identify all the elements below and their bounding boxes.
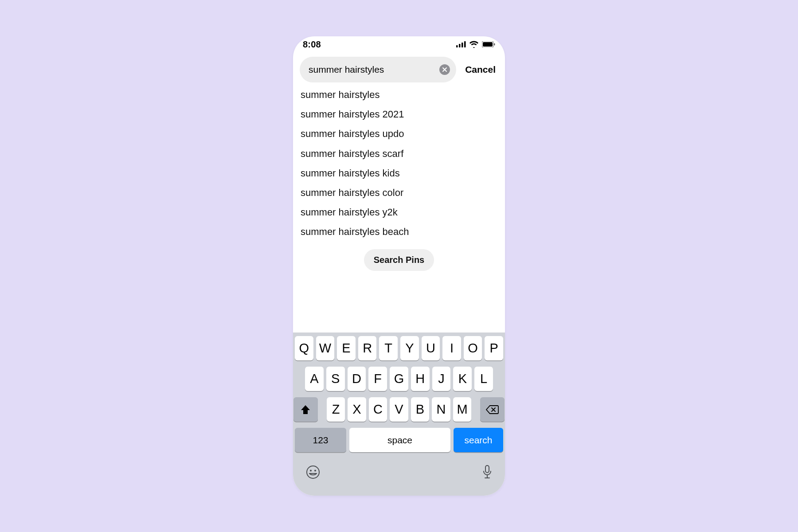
- battery-icon: [482, 41, 495, 47]
- search-input[interactable]: [309, 64, 439, 75]
- svg-rect-0: [456, 45, 458, 47]
- backspace-key[interactable]: [480, 397, 505, 422]
- keyboard-row-3: Z X C V B N M: [295, 397, 503, 422]
- svg-point-9: [314, 470, 316, 472]
- key-p[interactable]: P: [485, 336, 503, 360]
- key-l[interactable]: L: [474, 367, 493, 391]
- key-q[interactable]: Q: [295, 336, 313, 360]
- emoji-icon: [305, 465, 321, 480]
- key-s[interactable]: S: [326, 367, 345, 391]
- svg-rect-2: [462, 43, 463, 47]
- search-pins-wrap: Search Pins: [293, 249, 505, 271]
- cancel-button[interactable]: Cancel: [461, 64, 498, 75]
- suggestions-list: summer hairstyles summer hairstyles 2021…: [293, 83, 505, 242]
- phone-frame: 8:08 Cancel summer hairstyles: [293, 36, 505, 496]
- cellular-icon: [456, 41, 466, 47]
- key-c[interactable]: C: [369, 397, 387, 422]
- search-bar: Cancel: [293, 52, 505, 83]
- key-u[interactable]: U: [422, 336, 440, 360]
- suggestion-item[interactable]: summer hairstyles updo: [293, 124, 505, 144]
- suggestion-item[interactable]: summer hairstyles scarf: [293, 144, 505, 164]
- clear-search-button[interactable]: [439, 64, 450, 75]
- key-b[interactable]: B: [411, 397, 430, 422]
- suggestion-item[interactable]: summer hairstyles beach: [293, 222, 505, 242]
- suggestion-item[interactable]: summer hairstyles y2k: [293, 203, 505, 222]
- shift-key[interactable]: [293, 397, 318, 422]
- microphone-icon: [482, 465, 493, 480]
- status-time: 8:08: [303, 39, 321, 50]
- suggestion-item[interactable]: summer hairstyles: [293, 85, 505, 105]
- key-k[interactable]: K: [453, 367, 472, 391]
- key-m[interactable]: M: [453, 397, 472, 422]
- svg-rect-11: [485, 466, 489, 473]
- keyboard-row-2: A S D F G H J K L: [295, 367, 503, 391]
- keyboard-row-1: Q W E R T Y U I O P: [295, 336, 503, 360]
- search-pins-button[interactable]: Search Pins: [364, 249, 434, 271]
- backspace-icon: [486, 405, 499, 415]
- key-x[interactable]: X: [348, 397, 366, 422]
- key-y[interactable]: Y: [400, 336, 419, 360]
- key-t[interactable]: T: [379, 336, 398, 360]
- keyboard: Q W E R T Y U I O P A S D F G H J K L: [293, 332, 505, 496]
- key-d[interactable]: D: [348, 367, 366, 391]
- key-w[interactable]: W: [316, 336, 335, 360]
- svg-rect-1: [459, 44, 461, 47]
- key-v[interactable]: V: [390, 397, 408, 422]
- wifi-icon: [469, 41, 479, 48]
- key-z[interactable]: Z: [327, 397, 345, 422]
- key-n[interactable]: N: [432, 397, 450, 422]
- status-indicators: [456, 41, 495, 48]
- key-o[interactable]: O: [464, 336, 482, 360]
- key-f[interactable]: F: [368, 367, 387, 391]
- suggestion-item[interactable]: summer hairstyles 2021: [293, 105, 505, 124]
- spacer: [293, 271, 505, 333]
- numbers-key[interactable]: 123: [295, 428, 346, 452]
- svg-point-8: [310, 470, 312, 472]
- svg-rect-5: [483, 42, 493, 47]
- key-g[interactable]: G: [390, 367, 408, 391]
- key-i[interactable]: I: [442, 336, 461, 360]
- suggestion-item[interactable]: summer hairstyles color: [293, 183, 505, 203]
- key-h[interactable]: H: [411, 367, 430, 391]
- key-a[interactable]: A: [305, 367, 324, 391]
- keyboard-bottom-bar: [295, 458, 503, 496]
- dictation-button[interactable]: [482, 465, 493, 480]
- shift-icon: [300, 405, 311, 415]
- clear-icon: [442, 67, 447, 72]
- key-j[interactable]: J: [432, 367, 451, 391]
- emoji-button[interactable]: [305, 465, 321, 480]
- space-key[interactable]: space: [349, 428, 450, 452]
- suggestion-item[interactable]: summer hairstyles kids: [293, 164, 505, 183]
- search-key[interactable]: search: [454, 428, 503, 452]
- keyboard-row-4: 123 space search: [295, 428, 503, 452]
- svg-point-7: [307, 466, 319, 478]
- key-e[interactable]: E: [337, 336, 356, 360]
- status-bar: 8:08: [293, 36, 505, 52]
- key-r[interactable]: R: [358, 336, 377, 360]
- svg-rect-3: [464, 41, 466, 47]
- search-field[interactable]: [300, 57, 456, 82]
- svg-rect-6: [494, 43, 495, 46]
